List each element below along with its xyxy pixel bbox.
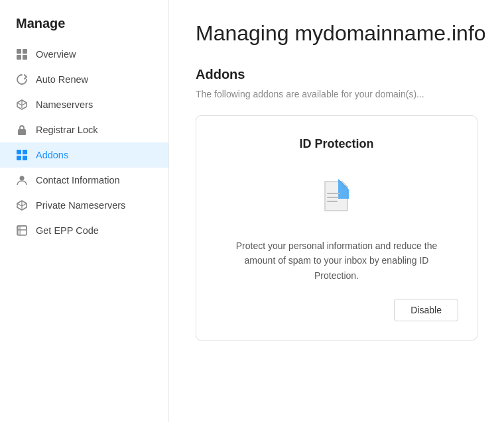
sidebar-item-overview[interactable]: Overview [0, 42, 168, 67]
svg-rect-5 [17, 150, 21, 154]
svg-point-9 [20, 176, 25, 181]
overview-icon [16, 48, 28, 60]
sidebar-item-get-epp-code[interactable]: Get EPP Code [0, 218, 168, 243]
sidebar-item-label: Addons [36, 150, 68, 160]
main-content: Managing mydomainname.info Addons The fo… [169, 0, 504, 422]
private-ns-icon [16, 199, 28, 211]
registrar-lock-icon [16, 124, 28, 136]
sidebar-item-label: Auto Renew [36, 74, 88, 85]
contact-icon [16, 174, 28, 186]
svg-rect-7 [17, 156, 21, 160]
id-protection-icon [310, 170, 363, 223]
sidebar-item-label: Private Nameservers [36, 200, 125, 211]
svg-rect-2 [17, 55, 21, 60]
sidebar-item-private-nameservers[interactable]: Private Nameservers [0, 193, 168, 218]
sidebar-item-label: Overview [36, 49, 76, 60]
sidebar-item-registrar-lock[interactable]: Registrar Lock [0, 117, 168, 142]
svg-rect-6 [23, 150, 27, 154]
svg-rect-11 [17, 226, 21, 235]
sidebar-title: Manage [0, 11, 168, 42]
sidebar-item-nameservers[interactable]: Nameservers [0, 92, 168, 117]
disable-button[interactable]: Disable [394, 299, 458, 321]
svg-rect-4 [18, 129, 26, 135]
card-title: ID Protection [299, 137, 373, 151]
sidebar-item-label: Get EPP Code [36, 225, 99, 236]
epp-icon [16, 225, 28, 237]
svg-rect-8 [23, 156, 27, 160]
svg-rect-3 [23, 55, 27, 60]
id-protection-card: ID Protection Protect your personal info… [196, 115, 477, 341]
sidebar-item-auto-renew[interactable]: Auto Renew [0, 67, 168, 92]
section-description: The following addons are available for y… [196, 89, 477, 99]
svg-rect-1 [23, 49, 27, 54]
sidebar-item-label: Nameservers [36, 99, 93, 110]
page-title: Managing mydomainname.info [196, 21, 477, 46]
sidebar-item-addons[interactable]: Addons [0, 142, 168, 168]
card-description: Protect your personal information and re… [231, 238, 443, 283]
sidebar-item-label: Contact Information [36, 175, 120, 185]
sidebar-item-contact-information[interactable]: Contact Information [0, 168, 168, 193]
nameservers-icon [16, 99, 28, 111]
sidebar-item-label: Registrar Lock [36, 125, 97, 135]
sidebar: Manage Overview Auto Renew [0, 0, 169, 422]
section-title: Addons [196, 67, 477, 82]
auto-renew-icon [16, 74, 28, 85]
addons-icon [16, 149, 28, 161]
svg-rect-0 [17, 49, 21, 54]
